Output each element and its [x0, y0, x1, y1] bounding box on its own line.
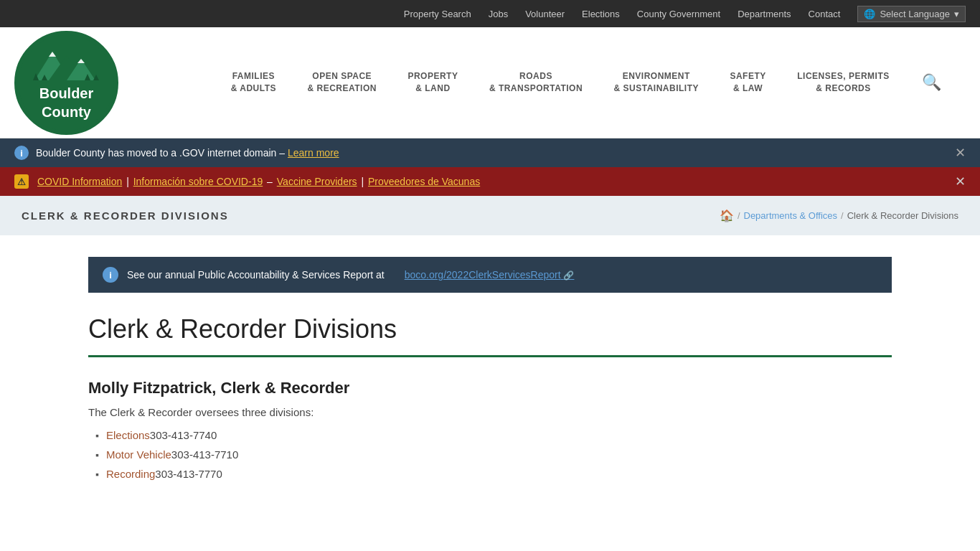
body-text: The Clerk & Recorder oversees three divi… [88, 406, 892, 418]
recording-link[interactable]: Recording [106, 468, 155, 480]
translate-icon: 🌐 [864, 9, 875, 19]
info-banner-close-button[interactable]: ✕ [955, 145, 966, 161]
topbar-link-contact[interactable]: Contact [809, 9, 841, 19]
warning-icon: ⚠ [14, 174, 29, 189]
warning-banner-close-button[interactable]: ✕ [955, 174, 966, 189]
external-link-icon: 🔗 [563, 270, 574, 281]
nav-families-adults[interactable]: FAMILIES & ADULTS [225, 27, 282, 138]
chevron-down-icon: ▾ [954, 9, 959, 19]
nav-environment[interactable]: ENVIRONMENT & SUSTAINABILITY [608, 27, 705, 138]
search-button[interactable]: 🔍 [915, 66, 948, 99]
info-icon: i [14, 146, 29, 160]
breadcrumb-home-link[interactable]: 🏠 [720, 209, 734, 222]
breadcrumb: 🏠 / Departments & Offices / Clerk & Reco… [720, 209, 958, 222]
list-item: Elections 303-413-7740 [95, 429, 892, 441]
motor-vehicle-link[interactable]: Motor Vehicle [106, 448, 171, 461]
nav-safety-law[interactable]: SAFETY & LAW [724, 27, 771, 138]
page-section-title: CLERK & RECORDER DIVISIONS [22, 209, 229, 222]
warning-banner: ⚠ COVID Information | Información sobre … [0, 167, 980, 196]
announcement-info-icon: i [103, 267, 118, 283]
logo-mountain-svg [27, 41, 106, 80]
select-language-label: Select Language [880, 9, 950, 19]
vaccine-providers-spanish-link[interactable]: Proveedores de Vacunas [368, 176, 480, 187]
recording-phone: 303-413-7770 [155, 468, 222, 480]
breadcrumb-separator-2: / [841, 210, 844, 221]
vaccine-providers-link[interactable]: Vaccine Providers [277, 176, 357, 187]
announcement-box: i See our annual Public Accountability &… [88, 257, 892, 293]
topbar-link-jobs[interactable]: Jobs [489, 9, 508, 19]
select-language-button[interactable]: 🌐 Select Language ▾ [857, 6, 966, 22]
topbar-link-departments[interactable]: Departments [738, 9, 791, 19]
annual-report-link[interactable]: boco.org/2022ClerkServicesReport 🔗 [405, 269, 575, 281]
breadcrumb-separator-1: / [738, 210, 740, 221]
nav-roads-transportation[interactable]: ROADS & TRANSPORTATION [484, 27, 588, 138]
site-logo[interactable]: Boulder County [14, 31, 118, 135]
list-item: Recording 303-413-7770 [95, 468, 892, 480]
title-underline [88, 355, 892, 357]
nav-property-land[interactable]: PROPERTY & LAND [402, 27, 463, 138]
elections-link[interactable]: Elections [106, 429, 150, 441]
topbar-link-elections[interactable]: Elections [582, 9, 620, 19]
covid-info-spanish-link[interactable]: Información sobre COVID-19 [133, 176, 263, 187]
info-banner-text: Boulder County has moved to a .GOV inter… [36, 147, 285, 159]
logo-text: Boulder County [39, 80, 94, 125]
annual-report-link-text: boco.org/2022ClerkServicesReport [405, 269, 561, 281]
sub-heading: Molly Fitzpatrick, Clerk & Recorder [88, 379, 892, 397]
page-title: Clerk & Recorder Divisions [88, 314, 892, 344]
site-header: Boulder County FAMILIES & ADULTS OPEN SP… [0, 27, 980, 138]
topbar-link-county-government[interactable]: County Government [637, 9, 720, 19]
top-bar: Property Search Jobs Volunteer Elections… [0, 0, 980, 27]
announcement-text: See our annual Public Accountability & S… [127, 269, 385, 281]
divisions-list: Elections 303-413-7740 Motor Vehicle 303… [95, 429, 892, 480]
covid-info-link[interactable]: COVID Information [37, 176, 122, 187]
main-content: i See our annual Public Accountability &… [60, 257, 920, 480]
breadcrumb-departments-link[interactable]: Departments & Offices [744, 210, 838, 221]
topbar-link-property-search[interactable]: Property Search [404, 9, 471, 19]
topbar-link-volunteer[interactable]: Volunteer [525, 9, 565, 19]
elections-phone: 303-413-7740 [150, 429, 217, 441]
list-item: Motor Vehicle 303-413-7710 [95, 448, 892, 461]
breadcrumb-bar: CLERK & RECORDER DIVISIONS 🏠 / Departmen… [0, 196, 980, 235]
logo-area: Boulder County [14, 31, 208, 135]
main-navigation: FAMILIES & ADULTS OPEN SPACE & RECREATIO… [208, 27, 966, 138]
info-banner: i Boulder County has moved to a .GOV int… [0, 138, 980, 167]
breadcrumb-current: Clerk & Recorder Divisions [847, 210, 958, 221]
nav-licenses-permits[interactable]: LICENSES, PERMITS & RECORDS [791, 27, 895, 138]
learn-more-link[interactable]: Learn more [288, 147, 339, 159]
nav-open-space[interactable]: OPEN SPACE & RECREATION [302, 27, 382, 138]
motor-vehicle-phone: 303-413-7710 [171, 448, 238, 461]
